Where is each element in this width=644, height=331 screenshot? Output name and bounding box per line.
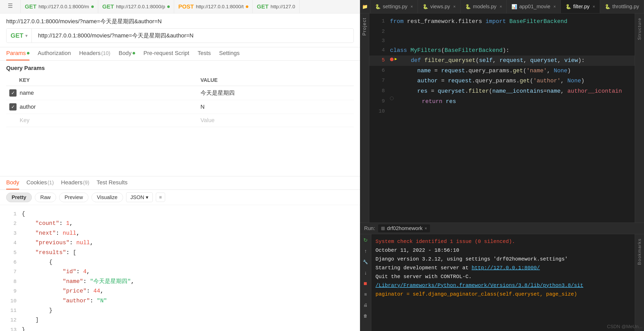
close-icon-4[interactable]: ×: [593, 4, 595, 9]
terminal-line-6: paginator = self.django_paginator_class(…: [375, 290, 631, 299]
response-controls: Pretty Raw Preview Visualize JSON ▾ ≡: [0, 190, 360, 205]
tab-bar: ☰ 👤 ⬛ 📋 📈 🕐 GET http://127.0.0.1:8000/m …: [0, 0, 360, 13]
print-icon[interactable]: 🖨: [362, 301, 369, 309]
terminal-line-0: System check identified 1 issue (0 silen…: [375, 237, 631, 246]
ide-right-structure-bar: Structure: [635, 13, 644, 223]
tab-authorization[interactable]: Authorization: [38, 47, 71, 60]
request-tab-2[interactable]: POST http://127.0.0.1:8000/t: [174, 0, 253, 13]
format-preview-btn[interactable]: Preview: [59, 193, 88, 202]
params-dot: [27, 52, 29, 54]
tab-pre-request[interactable]: Pre-request Script: [143, 47, 189, 60]
py-icon-1: 🐍: [423, 4, 428, 10]
empty-key-placeholder: Key: [20, 117, 29, 124]
response-body: 1{ 2 "count": 1, 3 "next": null, 4 "prev…: [0, 205, 360, 331]
format-visualize-btn[interactable]: Visualize: [91, 193, 123, 202]
server-link[interactable]: http://127.0.0.1:8000/: [472, 265, 540, 271]
code-line-5: 5 ▶ def filter_queryset(self, request, q…: [369, 56, 635, 66]
py-icon-0: 🐍: [375, 4, 381, 10]
wrench-icon[interactable]: 🔧: [362, 258, 369, 266]
terminal-tab-project[interactable]: drf02homework ×: [378, 224, 430, 232]
request-tab-1[interactable]: GET http://127.0.0.1:8000/p: [98, 0, 174, 13]
code-line-8: 8 res = queryset.filter(name__icontains=…: [369, 86, 635, 97]
empty-value-placeholder: Value: [201, 117, 215, 123]
scroll-down-button[interactable]: ↓: [362, 269, 369, 277]
tab-body[interactable]: Body: [119, 47, 135, 60]
run-arrow-icon: ▶: [395, 56, 397, 63]
left-sidebar: ☰ 👤 ⬛ 📋 📈 🕐: [0, 0, 21, 13]
param-value-0: 今天是星期四: [197, 86, 354, 100]
params-section: Query Params KEY VALUE ✓: [0, 61, 360, 176]
close-icon-2[interactable]: ×: [500, 4, 502, 9]
breadcrumb: http://127.0.0.1:8000/movies/?name=今天是星期…: [6, 18, 354, 25]
py-icon-5: 🐍: [605, 4, 610, 10]
terminal-line-5: /Library/Frameworks/Python.framework/Ver…: [375, 281, 631, 290]
restart-button[interactable]: ↻: [362, 236, 369, 244]
resp-tab-body[interactable]: Body: [6, 176, 19, 190]
ide-tab-views[interactable]: 🐍 views.py ×: [418, 0, 461, 13]
tab-dot-2: [246, 5, 248, 8]
tab-headers[interactable]: Headers(10): [79, 47, 110, 60]
code-line-9: 9 return res: [369, 97, 635, 107]
ide-tab-label-0: settings.py: [383, 4, 408, 10]
folder-icon: 📁: [362, 4, 368, 10]
code-line-4: 4 class MyFilters(BaseFilterBackend):: [369, 45, 635, 56]
terminal-project-label: drf02homework: [387, 225, 423, 231]
table-row: ✓ name 今天是星期四: [6, 86, 354, 100]
structure-label: Structure: [637, 18, 642, 40]
sidebar-icon-menu[interactable]: ☰: [5, 3, 16, 9]
terminal-line-2: Django version 3.2.12, using settings 'd…: [375, 255, 631, 264]
chevron-down-icon: ▾: [25, 33, 27, 38]
checkbox-author[interactable]: ✓: [9, 103, 17, 111]
table-row: ✓ author N: [6, 100, 354, 114]
method-label-2: POST: [178, 3, 194, 10]
response-section: Body Cookies(1) Headers(9) Test Results …: [0, 176, 360, 331]
close-icon-1[interactable]: ×: [453, 4, 456, 9]
code-editor[interactable]: 1 from rest_framework.filters import Bas…: [369, 13, 635, 223]
close-icon-3[interactable]: ×: [554, 4, 556, 9]
ide-tab-filter[interactable]: 🐍 filter.py ×: [561, 0, 600, 13]
method-value: GET: [11, 32, 23, 39]
tab-url-3: http://127.0: [271, 4, 295, 10]
scroll-up-button[interactable]: ↑: [362, 247, 369, 255]
checkbox-name[interactable]: ✓: [9, 89, 17, 97]
filter-icon[interactable]: ≡: [156, 193, 165, 202]
project-toggle[interactable]: 📁: [360, 0, 370, 13]
tab-dot-0: [91, 5, 94, 8]
filter-terminal-icon[interactable]: ≡: [362, 290, 369, 298]
watermark: CSDN @MeUn...: [607, 324, 642, 329]
format-raw-btn[interactable]: Raw: [35, 193, 56, 202]
ide-tab-throttling[interactable]: 🐍 throttling.py: [600, 0, 644, 13]
code-line-3: 3: [369, 36, 635, 45]
resp-tab-cookies[interactable]: Cookies(1): [26, 176, 54, 190]
param-key-0: name: [20, 90, 34, 96]
ide-tab-label-1: views.py: [430, 4, 450, 10]
close-icon-0[interactable]: ×: [411, 4, 413, 9]
method-label-1: GET: [102, 3, 114, 10]
py-icon-4: 🐍: [565, 4, 571, 10]
tab-params[interactable]: Params: [6, 47, 29, 60]
stop-button[interactable]: ⏹: [362, 280, 369, 287]
ide-editor-container: Project 1 from rest_framework.filters im…: [360, 13, 644, 223]
value-col-header: VALUE: [197, 75, 354, 86]
ide-tab-label-3: app01_movie: [519, 4, 550, 10]
tab-settings[interactable]: Settings: [219, 47, 240, 60]
terminal-line-1: October 11, 2022 - 18:56:10: [375, 246, 631, 255]
close-terminal-icon[interactable]: ×: [425, 226, 427, 231]
resp-tab-test-results[interactable]: Test Results: [97, 176, 128, 190]
trash-icon[interactable]: 🗑: [362, 312, 369, 320]
ide-tab-app01[interactable]: 📊 app01_movie ×: [507, 0, 561, 13]
resp-tab-headers[interactable]: Headers(9): [61, 176, 89, 190]
json-format-select[interactable]: JSON ▾: [126, 192, 153, 202]
method-select[interactable]: GET ▾: [6, 29, 32, 43]
ide-tab-label-2: models.py: [473, 4, 496, 10]
terminal-line-4: Quit the server with CONTROL-C.: [375, 272, 631, 281]
format-pretty-btn[interactable]: Pretty: [6, 193, 32, 202]
request-tab-3[interactable]: GET http://127.0: [253, 0, 300, 13]
run-area: ↻ ↑ 🔧 ↓ ⏹ ≡ 🖨 🗑 System check identified …: [360, 234, 644, 331]
bookmarks-label: Bookmarks: [637, 238, 642, 265]
tab-tests[interactable]: Tests: [197, 47, 211, 60]
ide-tab-models[interactable]: 🐍 models.py ×: [461, 0, 507, 13]
ide-tab-settings[interactable]: 🐍 settings.py ×: [370, 0, 418, 13]
request-tab-0[interactable]: GET http://127.0.0.1:8000/m: [21, 0, 98, 13]
url-input[interactable]: [35, 32, 354, 39]
